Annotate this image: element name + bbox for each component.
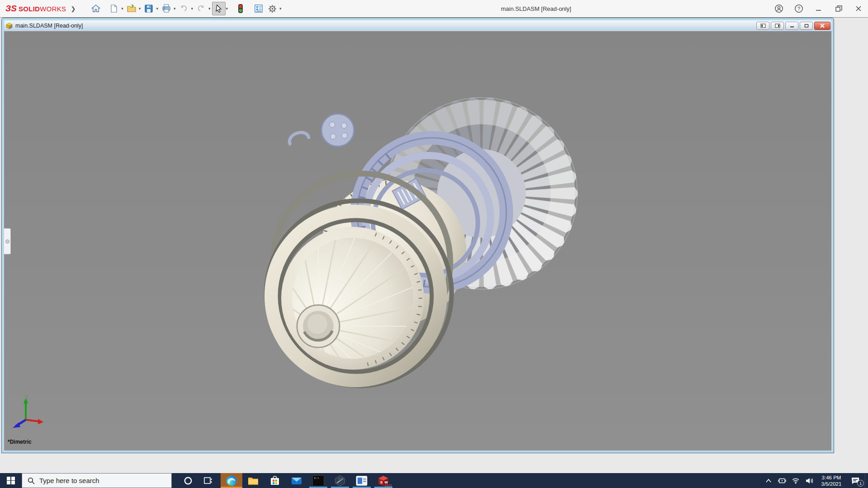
taskbar-search[interactable]: Type here to search <box>22 473 172 488</box>
wireless-display-icon <box>778 478 786 484</box>
cortana-button[interactable] <box>178 473 198 488</box>
search-icon <box>28 477 35 484</box>
new-document-dropdown[interactable]: ▾ <box>121 6 123 11</box>
system-tray: 3:46 PM 3/5/2021 1 <box>762 473 868 488</box>
volume-button[interactable] <box>802 473 817 488</box>
screen: ЗS SOLID WORKS ❯ ▾ <box>0 0 868 488</box>
wifi-button[interactable] <box>789 473 802 488</box>
taskbar-app-solidworks[interactable]: S W 2021 <box>373 473 394 488</box>
cortana-icon <box>184 476 193 485</box>
print-button[interactable] <box>160 2 173 15</box>
restore-button[interactable] <box>834 4 844 14</box>
wireless-display-button[interactable] <box>775 473 789 488</box>
help-button[interactable]: ? <box>794 4 804 14</box>
open-dropdown[interactable]: ▾ <box>139 6 141 11</box>
taskbar-app-hexagon[interactable] <box>329 473 351 488</box>
document-titlebar[interactable]: main.SLDASM [Read-only] <box>4 20 831 31</box>
pane-right-icon <box>775 23 780 28</box>
rebuild-stoplight-icon <box>237 4 244 14</box>
rebuild-button[interactable] <box>234 2 247 15</box>
svg-text:X: X <box>41 414 44 419</box>
svg-text:?: ? <box>797 6 800 11</box>
taskbar-app-edge[interactable] <box>221 473 242 488</box>
pane-right-button[interactable] <box>771 22 784 30</box>
doc-minimize-button[interactable] <box>785 22 798 30</box>
settings-dropdown[interactable]: ▾ <box>279 6 282 11</box>
pane-left-icon <box>760 23 766 28</box>
quick-access-toolbar: ▾ ▾ ▾ <box>89 2 283 15</box>
redo-dropdown[interactable]: ▾ <box>208 6 211 11</box>
taskbar-app-window[interactable] <box>351 473 373 488</box>
hexagon-app-icon <box>334 475 346 487</box>
chevron-up-icon <box>765 479 772 483</box>
taskbar-clock[interactable]: 3:46 PM 3/5/2021 <box>817 473 846 488</box>
undo-button[interactable] <box>177 2 190 15</box>
redo-button[interactable] <box>194 2 208 15</box>
solidworks-logo: ЗS SOLID WORKS <box>5 4 66 14</box>
document-title: main.SLDASM [Read-only] <box>15 23 83 29</box>
3d-model-jet-engine[interactable] <box>4 31 831 450</box>
clock-date: 3/5/2021 <box>821 481 842 487</box>
feature-tree-collapse-tab[interactable] <box>4 228 11 254</box>
doc-close-button[interactable] <box>814 22 830 30</box>
brand-mark: ЗS <box>5 4 17 14</box>
start-button[interactable] <box>0 473 22 488</box>
print-icon <box>161 4 171 14</box>
select-cursor-icon <box>214 4 223 13</box>
taskbar-app-store[interactable] <box>264 473 286 488</box>
notification-badge: 1 <box>857 480 864 487</box>
doc-close-icon <box>820 23 825 28</box>
task-view-button[interactable] <box>198 473 218 488</box>
restore-icon <box>835 5 843 13</box>
redo-icon <box>196 4 206 14</box>
settings-gear-icon <box>268 4 277 14</box>
doc-minimize-icon <box>789 23 795 28</box>
close-button[interactable] <box>854 4 863 14</box>
document-window-buttons <box>756 22 830 30</box>
reference-triad: Y X <box>9 394 45 432</box>
options-list-icon <box>254 4 263 13</box>
document-window: main.SLDASM [Read-only] <box>2 18 834 453</box>
home-button[interactable] <box>89 2 103 15</box>
clock-time: 3:46 PM <box>822 474 841 481</box>
pane-left-button[interactable] <box>756 22 769 30</box>
taskbar-app-command-prompt[interactable]: C:\ <box>307 473 329 488</box>
volume-icon <box>806 477 814 484</box>
minimize-icon <box>815 5 822 12</box>
options-list-button[interactable] <box>252 2 265 15</box>
select-tool-dropdown[interactable]: ▾ <box>226 6 228 11</box>
action-center-button[interactable]: 1 <box>846 473 865 488</box>
save-icon <box>144 4 153 13</box>
svg-text:S: S <box>380 480 383 484</box>
edge-icon <box>226 475 237 487</box>
show-desktop-button[interactable] <box>865 473 868 488</box>
brand-works: WORKS <box>40 5 66 13</box>
home-icon <box>91 4 101 14</box>
taskbar-app-file-explorer[interactable] <box>242 473 264 488</box>
view-orientation-label: *Dimetric <box>8 439 32 445</box>
microsoft-store-icon <box>269 475 280 487</box>
new-document-icon <box>109 4 118 13</box>
solidworks-2021-icon: S W 2021 <box>377 475 389 487</box>
print-dropdown[interactable]: ▾ <box>174 6 176 11</box>
tray-expand-button[interactable] <box>762 473 775 488</box>
app-titlebar: ЗS SOLID WORKS ❯ ▾ <box>0 0 868 18</box>
settings-button[interactable] <box>265 2 279 15</box>
doc-restore-button[interactable] <box>800 22 813 30</box>
collapse-dot-icon <box>5 239 9 244</box>
search-placeholder: Type here to search <box>39 477 99 484</box>
new-document-button[interactable] <box>107 2 121 15</box>
save-button[interactable] <box>142 2 156 15</box>
minimize-button[interactable] <box>814 4 824 14</box>
taskbar-app-mail[interactable] <box>286 473 307 488</box>
save-dropdown[interactable]: ▾ <box>156 6 158 11</box>
taskbar: Type here to search <box>0 473 868 488</box>
account-button[interactable] <box>774 4 784 14</box>
brand-solid: SOLID <box>19 5 40 13</box>
undo-dropdown[interactable]: ▾ <box>191 6 193 11</box>
account-icon <box>774 4 783 13</box>
open-button[interactable] <box>125 2 138 15</box>
graphics-viewport[interactable]: Y X *Dimetric <box>4 31 831 450</box>
select-tool-button[interactable] <box>212 2 226 15</box>
menu-flyout-arrow-icon[interactable]: ❯ <box>71 5 75 12</box>
